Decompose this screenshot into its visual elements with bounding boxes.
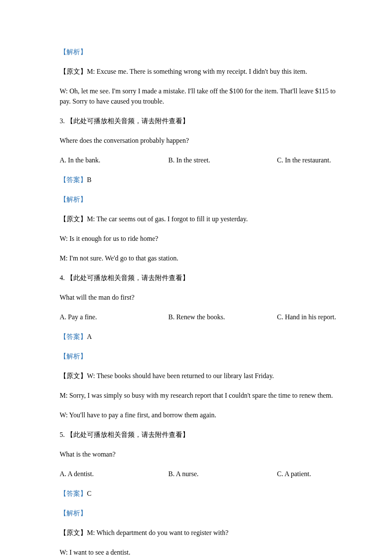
option-b: B. In the street. [168, 155, 277, 165]
answer-label: 【答案】 [60, 176, 87, 183]
analysis-label: 【解析】 [60, 508, 341, 518]
options-row: A. Pay a fine. B. Renew the books. C. Ha… [60, 312, 341, 322]
answer-value: A [87, 333, 92, 340]
original-text: M: I'm not sure. We'd go to that gas sta… [60, 253, 341, 263]
answer-line: 【答案】C [60, 489, 341, 499]
original-text: W: Is it enough for us to ride home? [60, 234, 341, 244]
question-header: 4. 【此处可播放相关音频，请去附件查看】 [60, 273, 341, 283]
original-text: 【原文】W: These books should have been retu… [60, 371, 341, 381]
question-header: 5. 【此处可播放相关音频，请去附件查看】 [60, 430, 341, 440]
answer-label: 【答案】 [60, 490, 87, 497]
option-c: C. In the restaurant. [277, 155, 331, 165]
option-a: A. Pay a fine. [60, 312, 168, 322]
question-text: What is the woman? [60, 449, 341, 460]
option-b: B. A nurse. [168, 469, 277, 479]
original-text: M: Sorry, I was simply so busy with my r… [60, 390, 341, 401]
answer-value: B [87, 176, 92, 183]
options-row: A. In the bank. B. In the street. C. In … [60, 155, 341, 165]
option-a: A. In the bank. [60, 155, 168, 165]
original-text: W: You'll have to pay a fine first, and … [60, 410, 341, 420]
original-text: W: Oh, let me see. I'm sorry I made a mi… [60, 86, 341, 107]
option-c: C. Hand in his report. [277, 312, 336, 322]
option-a: A. A dentist. [60, 469, 168, 479]
original-text: 【原文】M: The car seems out of gas. I forgo… [60, 214, 341, 224]
option-b: B. Renew the books. [168, 312, 277, 322]
original-text: W: I want to see a dentist. [60, 547, 341, 555]
question-header: 3. 【此处可播放相关音频，请去附件查看】 [60, 116, 341, 126]
analysis-label: 【解析】 [60, 351, 341, 361]
question-text: What will the man do first? [60, 292, 341, 303]
option-c: C. A patient. [277, 469, 311, 479]
original-text: 【原文】M: Excuse me. There is something wro… [60, 66, 341, 77]
answer-value: C [87, 490, 92, 497]
analysis-label: 【解析】 [60, 194, 341, 205]
answer-line: 【答案】B [60, 175, 341, 185]
question-text: Where does the conversation probably hap… [60, 136, 341, 146]
answer-line: 【答案】A [60, 332, 341, 342]
options-row: A. A dentist. B. A nurse. C. A patient. [60, 469, 341, 479]
original-text: 【原文】M: Which department do you want to r… [60, 528, 341, 538]
analysis-label: 【解析】 [60, 47, 341, 57]
document-page: 【解析】 【原文】M: Excuse me. There is somethin… [0, 0, 392, 555]
answer-label: 【答案】 [60, 333, 87, 340]
